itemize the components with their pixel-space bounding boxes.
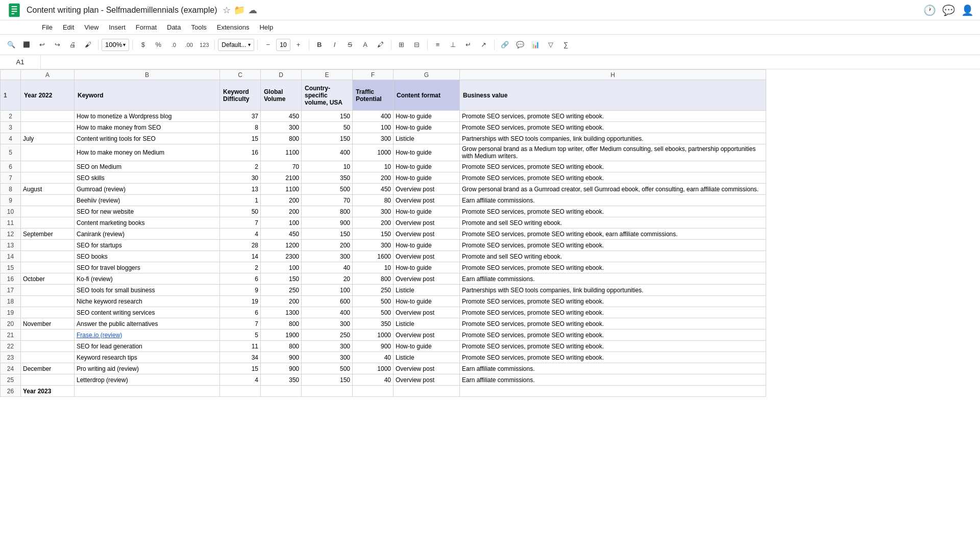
cell-e4[interactable]: 150 <box>302 133 353 144</box>
cell-d5[interactable]: 1100 <box>261 144 302 161</box>
row-num-20[interactable]: 20 <box>1 318 21 330</box>
cell-a8[interactable]: August <box>21 184 75 195</box>
cell-h24[interactable]: Earn affiliate commissions. <box>460 363 766 374</box>
cell-h5[interactable]: Grow personal brand as a Medium top writ… <box>460 144 766 161</box>
cell-e6[interactable]: 10 <box>302 161 353 172</box>
cell-f14[interactable]: 1600 <box>353 251 394 262</box>
comment-button[interactable]: 💬 <box>513 38 527 52</box>
cell-e17[interactable]: 100 <box>302 285 353 296</box>
cell-f21[interactable]: 1000 <box>353 330 394 341</box>
cell-c15[interactable]: 2 <box>220 262 261 273</box>
cell-d14[interactable]: 2300 <box>261 251 302 262</box>
cell-d11[interactable]: 100 <box>261 217 302 229</box>
cell-f10[interactable]: 300 <box>353 206 394 217</box>
cell-b16[interactable]: Ko-fi (review) <box>75 273 220 285</box>
cell-a3[interactable] <box>21 122 75 133</box>
cell-h2[interactable]: Promote SEO services, promote SEO writin… <box>460 111 766 122</box>
cell-g14[interactable]: Overview post <box>394 251 460 262</box>
cell-d10[interactable]: 200 <box>261 206 302 217</box>
cell-b8[interactable]: Gumroad (review) <box>75 184 220 195</box>
cell-b15[interactable]: SEO for travel bloggers <box>75 262 220 273</box>
cell-c8[interactable]: 13 <box>220 184 261 195</box>
cell-e25[interactable]: 150 <box>302 374 353 386</box>
menu-data[interactable]: Data <box>162 21 186 33</box>
cell-e18[interactable]: 600 <box>302 296 353 307</box>
cell-h9[interactable]: Earn affiliate commissions. <box>460 195 766 206</box>
cell-e1[interactable]: Country-specific volume, USA <box>302 80 353 111</box>
cell-c1[interactable]: Keyword Difficulty <box>220 80 261 111</box>
currency-button[interactable]: $ <box>136 38 150 52</box>
cell-b13[interactable]: SEO for startups <box>75 240 220 251</box>
cell-c25[interactable]: 4 <box>220 374 261 386</box>
cell-d3[interactable]: 300 <box>261 122 302 133</box>
cell-a11[interactable] <box>21 217 75 229</box>
row-num-26[interactable]: 26 <box>1 386 21 397</box>
valign-button[interactable]: ⊥ <box>446 38 460 52</box>
cell-d17[interactable]: 250 <box>261 285 302 296</box>
cell-a19[interactable] <box>21 307 75 318</box>
cell-f20[interactable]: 350 <box>353 318 394 330</box>
col-header-c[interactable]: C <box>220 70 261 80</box>
cell-g21[interactable]: Overview post <box>394 330 460 341</box>
cell-h17[interactable]: Partnerships with SEO tools companies, l… <box>460 285 766 296</box>
cell-e3[interactable]: 50 <box>302 122 353 133</box>
cell-e7[interactable]: 350 <box>302 172 353 184</box>
row-num-24[interactable]: 24 <box>1 363 21 374</box>
cell-b2[interactable]: How to monetize a Wordpress blog <box>75 111 220 122</box>
menu-extensions[interactable]: Extensions <box>212 21 255 33</box>
cell-h19[interactable]: Promote SEO services, promote SEO writin… <box>460 307 766 318</box>
cell-e22[interactable]: 300 <box>302 341 353 352</box>
cell-d13[interactable]: 1200 <box>261 240 302 251</box>
cell-e26[interactable] <box>302 386 353 397</box>
strikethrough-button[interactable]: S <box>343 38 357 52</box>
cell-c20[interactable]: 7 <box>220 318 261 330</box>
col-header-d[interactable]: D <box>261 70 302 80</box>
cell-c18[interactable]: 19 <box>220 296 261 307</box>
cell-g3[interactable]: How-to guide <box>394 122 460 133</box>
cell-reference[interactable]: A1 <box>0 55 41 69</box>
cell-a10[interactable] <box>21 206 75 217</box>
search-button[interactable]: 🔍 <box>4 38 18 52</box>
row-num-16[interactable]: 16 <box>1 273 21 285</box>
cell-b1[interactable]: Keyword <box>75 80 220 111</box>
cell-a16[interactable]: October <box>21 273 75 285</box>
cell-a4[interactable]: July <box>21 133 75 144</box>
chart-button[interactable]: 📊 <box>528 38 543 52</box>
cell-h8[interactable]: Grow personal brand as a Gumroad creator… <box>460 184 766 195</box>
cell-a18[interactable] <box>21 296 75 307</box>
cell-e11[interactable]: 900 <box>302 217 353 229</box>
cell-h3[interactable]: Promote SEO services, promote SEO writin… <box>460 122 766 133</box>
text-color-button[interactable]: A <box>358 38 373 52</box>
increase-decimal-button[interactable]: .00 <box>182 38 196 52</box>
cell-h4[interactable]: Partnerships with SEO tools companies, l… <box>460 133 766 144</box>
cell-g5[interactable]: How-to guide <box>394 144 460 161</box>
cell-a6[interactable] <box>21 161 75 172</box>
cell-d4[interactable]: 800 <box>261 133 302 144</box>
cell-h6[interactable]: Promote SEO services, promote SEO writin… <box>460 161 766 172</box>
font-selector[interactable]: Default... ▾ <box>218 39 254 51</box>
row-num-22[interactable]: 22 <box>1 341 21 352</box>
cell-e16[interactable]: 20 <box>302 273 353 285</box>
cell-a5[interactable] <box>21 144 75 161</box>
cell-c14[interactable]: 14 <box>220 251 261 262</box>
cell-e2[interactable]: 150 <box>302 111 353 122</box>
cell-e24[interactable]: 500 <box>302 363 353 374</box>
cell-a22[interactable] <box>21 341 75 352</box>
cell-d26[interactable] <box>261 386 302 397</box>
italic-button[interactable]: I <box>328 38 342 52</box>
cell-g10[interactable]: How-to guide <box>394 206 460 217</box>
cell-c21[interactable]: 5 <box>220 330 261 341</box>
cell-c12[interactable]: 4 <box>220 229 261 240</box>
cell-c16[interactable]: 6 <box>220 273 261 285</box>
decrease-decimal-button[interactable]: .0 <box>166 38 181 52</box>
cell-c13[interactable]: 28 <box>220 240 261 251</box>
font-dropdown-icon[interactable]: ▾ <box>248 42 251 47</box>
cell-c10[interactable]: 50 <box>220 206 261 217</box>
col-header-f[interactable]: F <box>353 70 394 80</box>
cell-g19[interactable]: Overview post <box>394 307 460 318</box>
cell-e12[interactable]: 150 <box>302 229 353 240</box>
function-button[interactable]: ∑ <box>559 38 573 52</box>
cell-h7[interactable]: Promote SEO services, promote SEO writin… <box>460 172 766 184</box>
row-num-4[interactable]: 4 <box>1 133 21 144</box>
cell-a21[interactable] <box>21 330 75 341</box>
